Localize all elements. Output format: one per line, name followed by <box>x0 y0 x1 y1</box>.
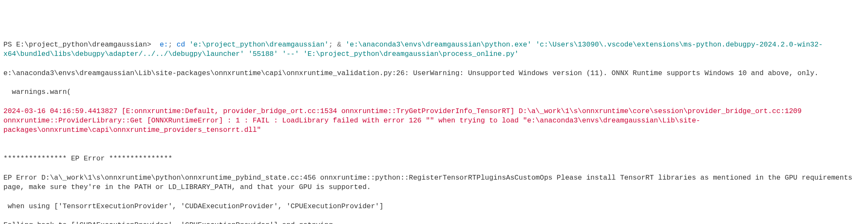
ep-error-line3: Falling back to ['CUDAExecutionProvider'… <box>3 221 865 224</box>
ep-error-line2: when using ['TensorrtExecutionProvider',… <box>3 202 865 211</box>
ps-prompt: PS E:\project_python\dreamgaussian> <box>3 41 160 49</box>
cmd-drive: e: <box>160 41 168 49</box>
warning-line2: warnings.warn( <box>3 87 865 97</box>
cmd-sep1: ; <box>168 41 177 49</box>
ep-error-header: *************** EP Error *************** <box>3 154 865 163</box>
cmd-cd: cd <box>177 41 185 49</box>
command-line: PS E:\project_python\dreamgaussian> e:; … <box>3 40 865 59</box>
error-tensorrt: 2024-03-16 04:16:59.4413827 [E:onnxrunti… <box>3 107 865 135</box>
warning-line1: e:\anaconda3\envs\dreamgaussian\Lib\site… <box>3 69 865 78</box>
ep-error-line1: EP Error D:\a\_work\1\s\onnxruntime\pyth… <box>3 173 865 192</box>
cmd-space <box>185 41 189 49</box>
terminal-output[interactable]: PS E:\project_python\dreamgaussian> e:; … <box>3 40 865 224</box>
cmd-amp: & <box>337 41 345 49</box>
cmd-sep2: ; <box>328 41 337 49</box>
cmd-cd-path: 'e:\project_python\dreamgaussian' <box>189 41 329 49</box>
